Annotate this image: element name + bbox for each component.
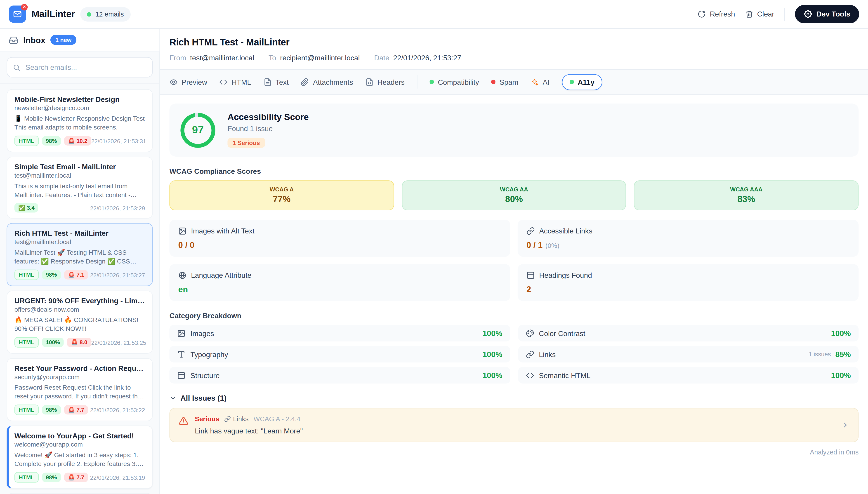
tab-preview[interactable]: Preview [169, 78, 207, 86]
tab-text[interactable]: Text [263, 78, 289, 86]
email-subject: Rich HTML Test - MailLinter [15, 229, 145, 238]
image-icon [178, 227, 187, 235]
email-list-item-unread[interactable]: Welcome to YourApp - Get Started! welcom… [6, 425, 153, 489]
wcag-a-value: 77% [170, 194, 394, 204]
category-color-contrast: Color Contrast 100% [518, 325, 858, 341]
metric-value: en [178, 285, 502, 294]
dev-tools-button[interactable]: Dev Tools [795, 5, 859, 23]
category-score: 100% [483, 371, 503, 380]
tab-html[interactable]: HTML [219, 78, 251, 86]
tab-bar: Preview HTML Text Attachments Headers Co… [160, 69, 868, 95]
a11y-panel: 97 Accessibility Score Found 1 issue 1 S… [160, 95, 868, 494]
metric-images-alt: Images with Alt Text 0 / 0 [169, 220, 510, 257]
red-dot-icon [491, 80, 496, 84]
score-badge: 98% [42, 405, 61, 415]
email-date: 22/01/2026, 21:53:27 [90, 271, 145, 278]
refresh-button[interactable]: Refresh [698, 10, 735, 18]
top-bar: ✕ MailLinter 12 emails Refresh Clear Dev… [0, 0, 868, 29]
score-value: 97 [181, 113, 215, 147]
eye-icon [169, 78, 178, 86]
sparkles-icon [530, 78, 539, 86]
category-semantic-html: Semantic HTML 100% [518, 367, 858, 383]
score-badge: 98% [42, 473, 61, 482]
spam-score-badge: ✅3.4 [15, 203, 38, 213]
score-badge: 98% [42, 270, 61, 280]
score-ring: 97 [181, 113, 215, 147]
gear-icon [804, 10, 812, 18]
score-badge: 98% [42, 136, 61, 146]
tab-headers[interactable]: Headers [365, 78, 404, 86]
chevron-down-icon [169, 395, 176, 402]
status-dot-icon [87, 12, 92, 17]
wcag-aaa-value: 83% [635, 194, 858, 204]
email-list-item[interactable]: Reset Your Password - Action Required se… [6, 358, 153, 421]
tab-a11y-active[interactable]: A11y [562, 74, 602, 90]
siren-icon: 🚨 [68, 474, 75, 481]
email-subject: Reset Your Password - Action Required [15, 364, 145, 373]
metric-suffix: (0%) [545, 242, 560, 249]
brand: ✕ MailLinter 12 emails [9, 5, 130, 23]
metric-value: 0 / 1(0%) [526, 240, 850, 250]
link-icon [224, 416, 231, 422]
email-date: 22/01/2026, 21:53:31 [91, 138, 146, 144]
link-icon [526, 227, 535, 235]
wcag-cards: WCAG A 77% WCAG AA 80% WCAG AAA 83% [169, 180, 858, 210]
category-links: Links 1 issues 85% [518, 346, 858, 362]
format-badge: HTML [15, 404, 39, 415]
search-section [0, 52, 159, 83]
layout-icon [526, 271, 535, 280]
code-icon [219, 78, 228, 86]
tab-compatibility[interactable]: Compatibility [430, 78, 479, 86]
detail-header: Rich HTML Test - MailLinter Fromtest@mai… [160, 29, 868, 69]
email-list-item[interactable]: Simple Test Email - MailLinter test@mail… [6, 157, 153, 218]
email-subject: Welcome to YourApp - Get Started! [15, 432, 145, 440]
format-badge: HTML [15, 136, 39, 146]
email-sender: offers@deals-now.com [15, 306, 145, 312]
issue-card[interactable]: Serious Links WCAG A - 2.4.4 Link has va… [169, 408, 858, 442]
new-count-badge: 1 new [51, 35, 77, 45]
green-dot-icon [430, 80, 434, 84]
siren-icon: 🚨 [68, 271, 75, 279]
topbar-actions: Refresh Clear Dev Tools [698, 5, 859, 23]
email-list[interactable]: Mobile-First Newsletter Design newslette… [0, 83, 159, 494]
issue-category: Links [224, 415, 249, 423]
email-sender: security@yourapp.com [15, 374, 145, 380]
sidebar: Inbox 1 new Mobile-First Newsletter Desi… [0, 29, 160, 494]
all-issues-toggle[interactable]: All Issues (1) [169, 394, 858, 402]
email-list-item-selected[interactable]: Rich HTML Test - MailLinter test@maillin… [6, 223, 153, 286]
email-date: 22/01/2026, 21:53:19 [90, 474, 145, 481]
email-date: 22/01/2026, 21:53:29 [90, 205, 145, 211]
clear-button[interactable]: Clear [745, 10, 774, 18]
app-title: MailLinter [32, 8, 75, 20]
paperclip-icon [301, 78, 309, 86]
category-breakdown: Images 100% Color Contrast 100% Typograp… [169, 325, 858, 384]
email-list-item[interactable]: Mobile-First Newsletter Design newslette… [6, 89, 153, 152]
spam-score-badge: 🚨7.1 [64, 270, 88, 280]
category-score: 100% [483, 329, 503, 338]
score-title: Accessibility Score [228, 112, 309, 122]
type-icon [177, 350, 186, 358]
inbox-title: Inbox [23, 35, 45, 45]
tab-ai[interactable]: AI [530, 78, 549, 86]
file-text-icon [263, 78, 272, 86]
email-list-item[interactable]: "Add dark mode toggle" shipped! loops@tr… [6, 493, 153, 494]
category-issue-count: 1 issues [809, 351, 831, 358]
severity-badge: 1 Serious [228, 138, 265, 148]
from-label: From [169, 54, 186, 62]
email-subject: Simple Test Email - MailLinter [15, 163, 145, 171]
date-value: 22/01/2026, 21:53:27 [393, 54, 461, 62]
tab-spam[interactable]: Spam [491, 78, 518, 86]
search-icon [13, 63, 20, 71]
search-input[interactable] [6, 57, 153, 77]
wcag-aa-label: WCAG AA [402, 186, 626, 192]
detail-meta: Fromtest@maillinter.local Torecipient@ma… [169, 54, 858, 62]
refresh-icon [698, 10, 706, 18]
email-preview: Password Reset Request Click the link to… [15, 383, 145, 401]
email-list-item[interactable]: URGENT: 90% OFF Everything - Limited Ti.… [6, 291, 153, 354]
metric-value: 0 / 0 [178, 240, 502, 250]
tab-attachments[interactable]: Attachments [301, 78, 353, 86]
metric-value: 2 [526, 285, 850, 294]
issue-severity: Serious [195, 415, 219, 423]
to-label: To [268, 54, 276, 62]
issue-wcag-reference: WCAG A - 2.4.4 [253, 415, 300, 423]
